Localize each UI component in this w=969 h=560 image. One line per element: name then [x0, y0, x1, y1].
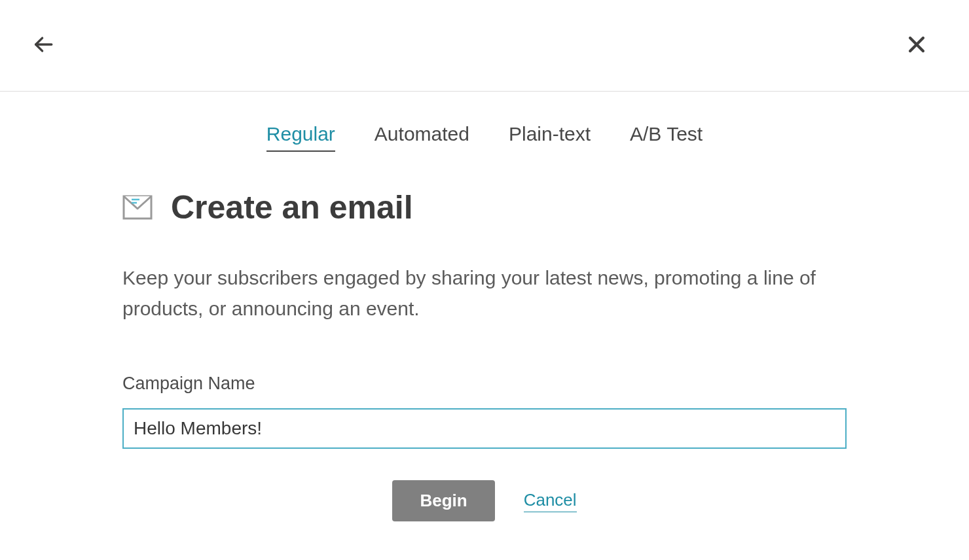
campaign-name-label: Campaign Name — [122, 374, 847, 394]
modal-header — [0, 0, 969, 92]
back-button[interactable] — [31, 33, 55, 56]
email-icon — [122, 192, 153, 222]
tab-ab-test[interactable]: A/B Test — [630, 123, 703, 152]
tab-plain-text[interactable]: Plain-text — [509, 123, 591, 152]
tab-bar: Regular Automated Plain-text A/B Test — [0, 92, 969, 152]
cancel-link[interactable]: Cancel — [524, 490, 577, 512]
begin-button[interactable]: Begin — [392, 480, 494, 521]
campaign-name-input[interactable] — [122, 408, 847, 449]
page-description: Keep your subscribers engaged by sharing… — [122, 263, 847, 324]
content-area: Create an email Keep your subscribers en… — [122, 152, 847, 521]
actions-row: Begin Cancel — [122, 480, 847, 521]
tab-regular[interactable]: Regular — [266, 123, 335, 152]
close-button[interactable] — [904, 31, 930, 58]
close-icon — [905, 33, 928, 56]
title-row: Create an email — [122, 188, 847, 226]
arrow-left-icon — [32, 33, 54, 56]
page-title: Create an email — [171, 188, 413, 226]
tab-automated[interactable]: Automated — [375, 123, 469, 152]
